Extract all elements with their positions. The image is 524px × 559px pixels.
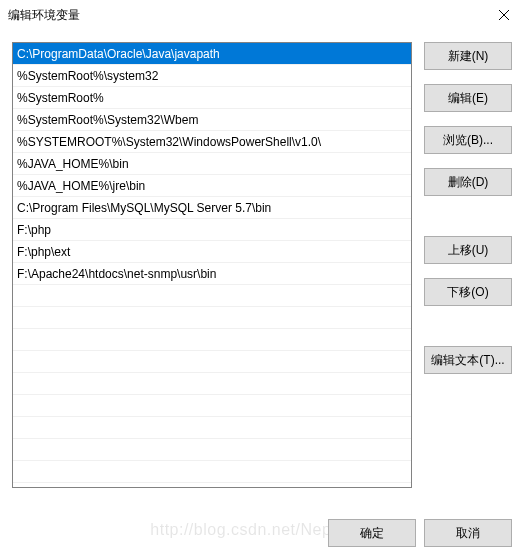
list-item[interactable]: %SystemRoot%\system32 [13, 65, 411, 87]
ok-button[interactable]: 确定 [328, 519, 416, 547]
browse-button[interactable]: 浏览(B)... [424, 126, 512, 154]
window-title: 编辑环境变量 [8, 7, 80, 24]
list-item[interactable]: F:\Apache24\htdocs\net-snmp\usr\bin [13, 263, 411, 285]
list-item[interactable]: %JAVA_HOME%\jre\bin [13, 175, 411, 197]
list-item[interactable]: C:\Program Files\MySQL\MySQL Server 5.7\… [13, 197, 411, 219]
list-item[interactable] [13, 373, 411, 395]
list-item[interactable] [13, 307, 411, 329]
titlebar: 编辑环境变量 [0, 0, 524, 30]
content-area: C:\ProgramData\Oracle\Java\javapath%Syst… [0, 30, 524, 488]
path-list[interactable]: C:\ProgramData\Oracle\Java\javapath%Syst… [12, 42, 412, 488]
close-button[interactable] [484, 0, 524, 30]
movedown-button[interactable]: 下移(O) [424, 278, 512, 306]
list-item[interactable]: %SystemRoot%\System32\Wbem [13, 109, 411, 131]
list-item[interactable] [13, 417, 411, 439]
footer-buttons: 确定 取消 [328, 519, 512, 547]
list-item[interactable] [13, 439, 411, 461]
cancel-button[interactable]: 取消 [424, 519, 512, 547]
close-icon [499, 10, 509, 20]
new-button[interactable]: 新建(N) [424, 42, 512, 70]
edittext-button[interactable]: 编辑文本(T)... [424, 346, 512, 374]
list-item[interactable] [13, 461, 411, 483]
list-item[interactable] [13, 285, 411, 307]
edit-button[interactable]: 编辑(E) [424, 84, 512, 112]
delete-button[interactable]: 删除(D) [424, 168, 512, 196]
list-item[interactable]: %SYSTEMROOT%\System32\WindowsPowerShell\… [13, 131, 411, 153]
moveup-button[interactable]: 上移(U) [424, 236, 512, 264]
list-item[interactable] [13, 329, 411, 351]
list-item[interactable]: C:\ProgramData\Oracle\Java\javapath [13, 43, 411, 65]
list-item[interactable]: %JAVA_HOME%\bin [13, 153, 411, 175]
list-item[interactable]: F:\php\ext [13, 241, 411, 263]
list-item[interactable]: %SystemRoot% [13, 87, 411, 109]
list-item[interactable]: F:\php [13, 219, 411, 241]
list-item[interactable] [13, 395, 411, 417]
list-item[interactable] [13, 351, 411, 373]
button-sidebar: 新建(N) 编辑(E) 浏览(B)... 删除(D) 上移(U) 下移(O) 编… [424, 42, 512, 488]
